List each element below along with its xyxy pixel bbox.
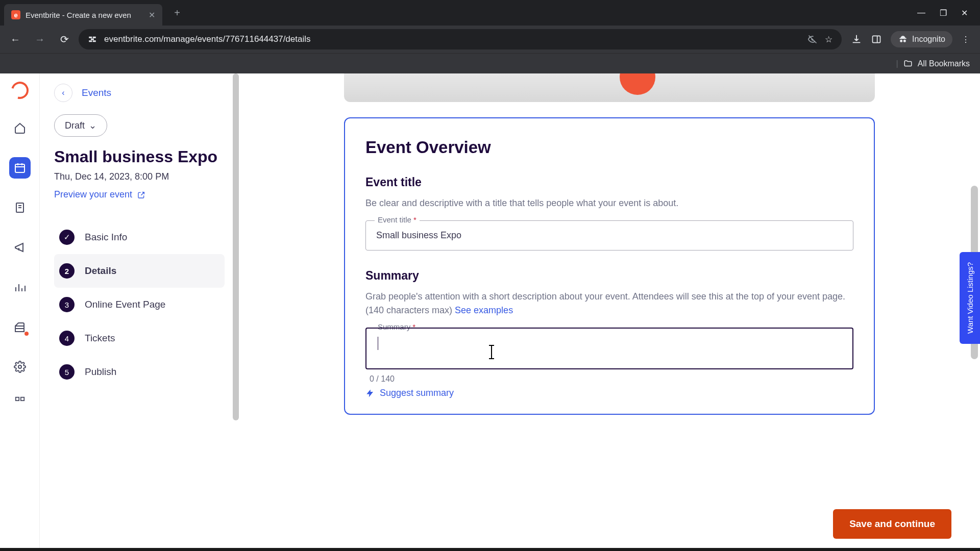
event-title-heading: Event title	[365, 176, 853, 189]
svg-rect-7	[15, 164, 24, 172]
step-details[interactable]: 2 Details	[54, 254, 225, 288]
card-heading: Event Overview	[365, 138, 853, 157]
all-bookmarks-link[interactable]: All Bookmarks	[918, 59, 970, 68]
bookmarks-bar: | All Bookmarks	[0, 53, 980, 73]
site-settings-icon[interactable]	[88, 35, 97, 44]
event-overview-card: Event Overview Event title Be clear and …	[344, 117, 875, 415]
forward-button[interactable]: →	[30, 29, 50, 49]
summary-char-count: 0 / 140	[370, 374, 853, 384]
step-tickets[interactable]: 4 Tickets	[54, 321, 225, 355]
bolt-icon	[365, 389, 375, 398]
steps-nav: ✓ Basic Info 2 Details 3 Online Event Pa…	[54, 220, 225, 389]
new-tab-button[interactable]: +	[168, 4, 186, 21]
eye-off-icon[interactable]	[807, 34, 818, 44]
svg-rect-1	[93, 37, 96, 38]
step-publish[interactable]: 5 Publish	[54, 355, 225, 389]
svg-rect-0	[89, 37, 92, 38]
incognito-badge[interactable]: Incognito	[891, 31, 952, 47]
eventbrite-favicon-icon: e	[11, 10, 20, 19]
window-controls: — ❐ ✕	[917, 8, 976, 18]
hero-image-placeholder[interactable]	[344, 73, 875, 102]
download-icon[interactable]	[851, 34, 862, 45]
notification-dot-icon	[24, 332, 29, 336]
step-check-icon: ✓	[59, 230, 75, 245]
summary-heading: Summary	[365, 269, 853, 283]
url-box[interactable]: eventbrite.com/manage/events/77671164443…	[79, 29, 842, 49]
step-basic-info[interactable]: ✓ Basic Info	[54, 220, 225, 254]
suggest-summary-button[interactable]: Suggest summary	[365, 388, 853, 398]
incognito-icon	[898, 34, 908, 44]
preview-event-link[interactable]: Preview your event	[54, 189, 225, 200]
hero-circle-graphic	[620, 73, 655, 95]
bookmark-star-icon[interactable]: ☆	[825, 34, 832, 45]
summary-field-wrap: Summary *	[365, 328, 853, 369]
side-panel-icon[interactable]	[871, 34, 881, 44]
settings-icon[interactable]	[9, 356, 31, 378]
app-root: ‹ Events Draft ⌄ Small business Expo Thu…	[0, 73, 980, 551]
event-title-label: Event title *	[375, 215, 420, 224]
event-title-help: Be clear and descriptive with a title th…	[365, 196, 853, 210]
address-bar: ← → ⟳ eventbrite.com/manage/events/77671…	[0, 26, 980, 53]
orders-icon[interactable]	[9, 197, 31, 218]
event-title-input[interactable]	[365, 220, 853, 251]
event-sidebar: ‹ Events Draft ⌄ Small business Expo Thu…	[40, 73, 239, 551]
marketing-icon[interactable]	[9, 237, 31, 258]
nav-rail	[0, 73, 40, 551]
back-to-events-link[interactable]: Events	[82, 87, 111, 98]
sidebar-event-date: Thu, Dec 14, 2023, 8:00 PM	[54, 171, 225, 182]
svg-rect-2	[89, 41, 92, 42]
svg-point-20	[18, 365, 21, 368]
sidebar-event-title: Small business Expo	[54, 147, 225, 166]
minimize-icon[interactable]: —	[917, 8, 925, 18]
svg-rect-4	[91, 39, 94, 40]
see-examples-link[interactable]: See examples	[455, 305, 513, 315]
browser-chrome: e Eventbrite - Create a new even ✕ + — ❐…	[0, 0, 980, 73]
close-window-icon[interactable]: ✕	[961, 8, 968, 18]
finance-icon[interactable]	[9, 316, 31, 338]
status-dropdown[interactable]: Draft ⌄	[54, 114, 107, 137]
event-title-field-wrap: Event title *	[365, 220, 853, 251]
reload-button[interactable]: ⟳	[54, 29, 75, 49]
save-and-continue-button[interactable]: Save and continue	[833, 509, 951, 539]
tab-title: Eventbrite - Create a new even	[26, 11, 143, 19]
text-caret-icon	[378, 337, 378, 350]
kebab-menu-icon[interactable]: ⋮	[962, 35, 970, 44]
apps-icon[interactable]	[9, 391, 31, 412]
chevron-down-icon: ⌄	[89, 120, 96, 131]
svg-rect-22	[20, 397, 23, 400]
back-chevron-icon[interactable]: ‹	[54, 84, 72, 102]
close-tab-icon[interactable]: ✕	[149, 10, 155, 20]
tab-bar: e Eventbrite - Create a new even ✕ + — ❐…	[0, 0, 980, 26]
back-button[interactable]: ←	[5, 29, 26, 49]
main-content: Event Overview Event title Be clear and …	[239, 73, 980, 551]
svg-rect-5	[873, 36, 880, 42]
svg-rect-3	[93, 41, 96, 42]
summary-help: Grab people's attention with a short des…	[365, 290, 853, 317]
url-text: eventbrite.com/manage/events/77671164443…	[104, 34, 800, 44]
folder-icon	[903, 59, 913, 68]
step-online-event-page[interactable]: 3 Online Event Page	[54, 288, 225, 321]
svg-rect-21	[15, 397, 18, 400]
external-link-icon	[137, 191, 145, 199]
eventbrite-logo-icon[interactable]	[8, 79, 31, 102]
events-icon[interactable]	[9, 157, 31, 179]
maximize-icon[interactable]: ❐	[940, 8, 947, 18]
browser-tab[interactable]: e Eventbrite - Create a new even ✕	[4, 4, 162, 26]
os-taskbar	[0, 548, 980, 551]
video-listings-tab[interactable]: Want Video Listings?	[960, 252, 980, 344]
reports-icon[interactable]	[9, 277, 31, 298]
sidebar-scrollbar[interactable]	[233, 73, 239, 420]
summary-input[interactable]	[365, 328, 853, 369]
home-icon[interactable]	[9, 117, 31, 139]
mouse-text-cursor-icon	[491, 345, 492, 359]
